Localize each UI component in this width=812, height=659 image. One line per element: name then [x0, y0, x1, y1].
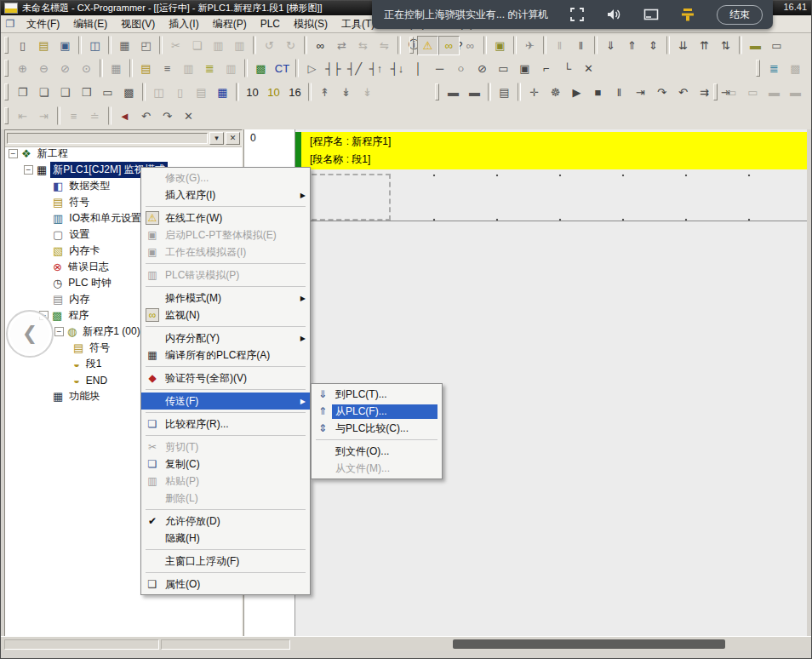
undo-rung-button[interactable]: ↶: [135, 106, 157, 126]
print-preview-button[interactable]: ◰: [135, 36, 157, 55]
rung-comment-list-button[interactable]: ≣: [199, 59, 220, 78]
ctx-float-on-main-window[interactable]: 主窗口上浮动(F): [141, 553, 310, 570]
contact-or-closed-button[interactable]: ┤↓: [386, 59, 408, 78]
online-edit-release-button[interactable]: ▤: [494, 83, 515, 102]
pause-monitor-button[interactable]: ∞: [460, 36, 481, 55]
watch-window-button[interactable]: ▭: [97, 83, 118, 102]
outdent-button[interactable]: ⇥: [33, 106, 54, 126]
ctx-work-online[interactable]: ⚠ 在线工作(W): [141, 209, 310, 226]
select-tool-button[interactable]: ▷: [301, 59, 323, 78]
sim-run-button[interactable]: ▶: [566, 83, 587, 102]
toolbar-grip[interactable]: [756, 60, 760, 77]
menu-simulation[interactable]: 模拟(S): [287, 15, 335, 33]
ctx-start-plc-pt-simulation[interactable]: ▣ 启动PLC-PT整体模拟(E): [141, 226, 310, 244]
cut-button[interactable]: ✂: [165, 36, 186, 55]
menu-file[interactable]: 文件(F): [20, 15, 66, 33]
ctx-delete[interactable]: 删除(L): [141, 490, 310, 507]
fullscreen-icon[interactable]: [569, 6, 586, 23]
new-file-button[interactable]: ▯: [12, 36, 33, 55]
coil-closed-button[interactable]: ⊘: [472, 59, 493, 78]
plc-memory-button[interactable]: ▬: [745, 36, 766, 55]
submenu-to-file[interactable]: 到文件(O)...: [312, 443, 442, 460]
sim-step-button[interactable]: ⇥: [630, 83, 651, 102]
contact-or-open-button[interactable]: ┤↑: [365, 59, 386, 78]
online-edit-button[interactable]: ▣: [489, 36, 511, 55]
sim-network-button[interactable]: ☸: [545, 83, 566, 102]
erase-button[interactable]: ✕: [578, 59, 599, 78]
contact-closed-button[interactable]: ┤╱: [344, 59, 365, 78]
transfer-settings-button[interactable]: ⇈: [694, 36, 715, 55]
save-button[interactable]: ▣: [54, 36, 76, 55]
align-top-button[interactable]: ≐: [84, 106, 106, 126]
go-back-rung-button[interactable]: ◄: [114, 106, 135, 126]
replace-button[interactable]: ⇄: [331, 36, 352, 55]
end-control-button[interactable]: 结束: [717, 5, 763, 25]
ctx-copy[interactable]: ❏ 复制(C): [141, 456, 310, 473]
menu-program[interactable]: 编程(P): [206, 15, 254, 33]
transfer-monitor-button[interactable]: ✈: [519, 36, 540, 55]
submenu-from-file[interactable]: 从文件(M)...: [312, 460, 442, 477]
menu-view[interactable]: 视图(V): [114, 15, 162, 33]
mnemonic-view-button[interactable]: ▩: [250, 59, 272, 78]
ctx-compare-program[interactable]: ❏ 比较程序(R)...: [141, 415, 310, 433]
ctx-cut[interactable]: ✂ 剪切(T): [141, 438, 310, 456]
compile-view-button[interactable]: ◫: [148, 83, 169, 102]
ctx-allow-docking[interactable]: ✔ 允许停放(D): [141, 513, 310, 530]
compare-button[interactable]: ◫: [84, 36, 106, 55]
ctx-plc-error-simulation[interactable]: ▥ PLC错误模拟(P): [141, 266, 310, 284]
monitor-update-button[interactable]: ↡: [357, 83, 378, 102]
sim-stop-button[interactable]: ■: [587, 83, 609, 102]
transfer-io-button[interactable]: ⇅: [715, 36, 736, 55]
print-button[interactable]: ▦: [114, 36, 135, 55]
download-to-plc-button[interactable]: ⇓: [600, 36, 621, 55]
differential-down-button[interactable]: ▬: [785, 83, 806, 102]
sim-step-in-button[interactable]: ↷: [651, 83, 672, 102]
ctx-operating-mode[interactable]: 操作模式(M) ▶: [141, 289, 310, 307]
contact-open-button[interactable]: ┤├: [323, 59, 344, 78]
address-list-button[interactable]: ≡: [157, 59, 178, 78]
comment-edit-button[interactable]: ▤: [191, 83, 212, 102]
transfer-program-button[interactable]: ⇊: [672, 36, 694, 55]
menu-edit[interactable]: 编辑(E): [66, 15, 114, 33]
memory-view-button[interactable]: ▩: [785, 59, 806, 78]
monitor-window-button[interactable]: ▥: [220, 59, 242, 78]
mdi-child-icon[interactable]: ❐: [3, 18, 17, 30]
corner-button[interactable]: └: [557, 59, 578, 78]
pause-flag-button[interactable]: ‖: [549, 36, 570, 55]
instruction-detail-button[interactable]: ▣: [514, 59, 535, 78]
find-button[interactable]: ∞: [310, 36, 331, 55]
ctx-modify[interactable]: 修改(G)...: [141, 169, 310, 186]
new-window-button[interactable]: ❏: [33, 83, 54, 102]
zoom-out-button[interactable]: ⊖: [33, 59, 54, 78]
decimal-button[interactable]: 10: [242, 83, 263, 102]
toolbar-grip[interactable]: [409, 37, 414, 54]
inverse-button[interactable]: ⌐: [535, 59, 557, 78]
io-condition2-button[interactable]: ▭: [742, 83, 763, 102]
pause-button[interactable]: ‖: [570, 36, 592, 55]
options-button[interactable]: ▩: [118, 83, 140, 102]
tree-panel-grip[interactable]: [7, 133, 208, 144]
ctx-hide[interactable]: 隐藏(H): [141, 530, 310, 547]
grid-button[interactable]: ▦: [106, 59, 127, 78]
ctx-verify-symbols-all[interactable]: ◆ 验证符号(全部)(V): [141, 370, 310, 387]
speaker-icon[interactable]: [605, 6, 622, 23]
coil-open-button[interactable]: ○: [450, 59, 472, 78]
close-panel-button[interactable]: ✕: [226, 132, 240, 145]
paste-rung-button[interactable]: ▥: [229, 36, 250, 55]
toolbar-grip[interactable]: [4, 107, 9, 124]
vertical-line-button[interactable]: │: [408, 59, 429, 78]
ctx-insert-program[interactable]: 插入程序(I) ▶: [141, 186, 310, 203]
window-panel-icon[interactable]: [643, 6, 660, 23]
rung-comment-block[interactable]: [程序名 : 新程序1] [段名称 : 段1]: [295, 132, 807, 169]
clear-rung-button[interactable]: ✕: [178, 106, 199, 126]
zoom-fit-button[interactable]: ⊘: [54, 59, 76, 78]
float-window-button[interactable]: ❐: [12, 83, 33, 102]
remote-back-handle[interactable]: ❮: [6, 310, 54, 358]
zoom-in-button[interactable]: ⊕: [12, 59, 33, 78]
menu-plc[interactable]: PLC: [254, 16, 287, 32]
io-condition-button[interactable]: ▭: [721, 83, 742, 102]
symbol-colors-button[interactable]: ≣: [763, 59, 785, 78]
io-memory-button[interactable]: ▭: [766, 36, 787, 55]
ctx-properties[interactable]: ❑ 属性(O): [141, 576, 310, 593]
open-file-button[interactable]: ▤: [33, 36, 54, 55]
